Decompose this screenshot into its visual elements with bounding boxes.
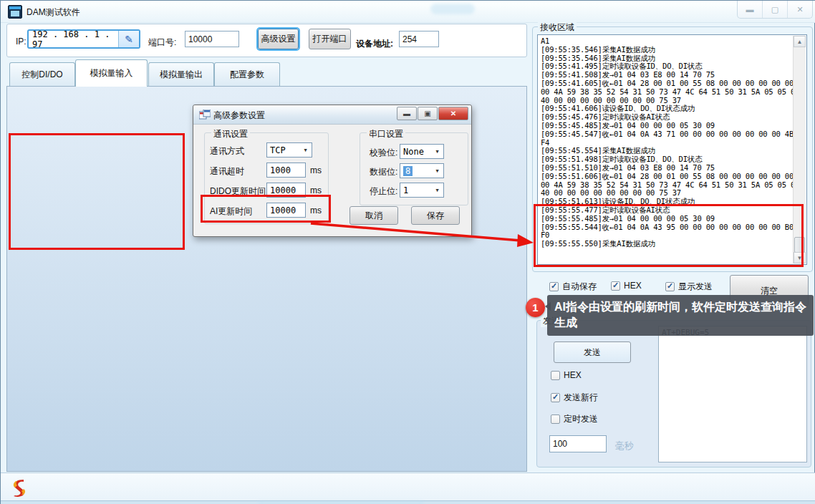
send-newline-checkbox-row[interactable]: 发送新行 [551, 392, 598, 404]
send-hex-checkbox[interactable] [551, 371, 560, 380]
timed-send-checkbox[interactable] [551, 415, 560, 424]
stopbits-select[interactable]: 1▼ [400, 183, 444, 198]
dido-refresh-unit: ms [310, 185, 322, 195]
show-send-label: 显示发送 [678, 281, 713, 293]
serial-settings-title: 串口设置 [367, 128, 405, 140]
receive-log-box[interactable]: A1 [09:55:35.546]采集AI数据成功 [09:55:35.546]… [537, 34, 807, 265]
window-frame-bottom [1, 500, 815, 504]
window-controls: ▬ ▢ ✕ [737, 1, 813, 19]
receive-log-text: A1 [09:55:35.546]采集AI数据成功 [09:55:35.546]… [541, 37, 793, 262]
tab-analog-input[interactable]: 模拟量输入 [75, 59, 148, 87]
timed-send-label: 定时发送 [564, 413, 598, 425]
port-label: 端口号: [148, 37, 176, 49]
chevron-down-icon: ▼ [433, 185, 442, 195]
edit-ip-button[interactable]: ✎ [118, 31, 139, 47]
scroll-up-icon[interactable]: ▲ [794, 36, 806, 47]
maximize-icon[interactable]: ▢ [763, 1, 788, 18]
juying-logo [9, 478, 29, 498]
dialog-minimize-icon[interactable]: ▬ [397, 107, 417, 120]
comm-settings-title: 通讯设置 [211, 128, 250, 140]
stopbits-label: 停止位: [370, 185, 397, 198]
close-icon[interactable]: ✕ [788, 1, 812, 18]
show-send-checkbox-row[interactable]: 显示发送 [665, 281, 713, 293]
receive-scrollbar[interactable]: ▲ ▼ [793, 36, 806, 263]
databits-value: 8 [403, 166, 413, 176]
pencil-icon: ✎ [125, 34, 133, 45]
dialog-close-icon[interactable]: ✕ [438, 107, 468, 120]
advanced-settings-button[interactable]: 高级设置 [258, 29, 299, 49]
recv-hex-label: HEX [624, 281, 642, 291]
ip-label: IP: [16, 37, 26, 47]
dialog-title: 高级参数设置 [213, 110, 265, 122]
dialog-maximize-icon[interactable]: ▣ [418, 107, 438, 120]
scroll-down-icon[interactable]: ▼ [794, 252, 806, 263]
screen-artifact [430, 4, 475, 14]
annotation-badge-1: 1 [526, 298, 545, 317]
send-content-box[interactable]: AT+DEBUG=5 [658, 326, 807, 462]
timed-send-checkbox-row[interactable]: 定时发送 [551, 413, 598, 425]
tab-analog-output[interactable]: 模拟量输出 [148, 62, 214, 86]
databits-select[interactable]: 8▼ [400, 163, 444, 178]
parity-label: 校验位: [370, 147, 397, 159]
parity-select[interactable]: None▼ [400, 144, 444, 159]
ai-refresh-label: AI更新时间 [210, 205, 252, 218]
scrollbar-thumb[interactable] [794, 237, 805, 253]
dialog-title-bar[interactable]: 高级参数设置 ▬ ▣ ✕ [193, 105, 471, 125]
timed-send-interval-input[interactable]: 100 [549, 435, 607, 452]
send-newline-checkbox[interactable] [551, 393, 560, 402]
show-send-checkbox[interactable] [665, 282, 675, 291]
annotation-tooltip: AI指令由设置的刷新时间，软件定时发送查询指令生成 [547, 295, 814, 336]
title-bar: DAM测试软件 ▬ ▢ ✕ [1, 1, 815, 23]
ai-refresh-unit: ms [310, 205, 322, 215]
screen-artifact [259, 501, 423, 504]
comm-mode-value: TCP [270, 145, 286, 155]
databits-label: 数据位: [370, 166, 397, 178]
comm-timeout-input[interactable]: 1000 [266, 163, 306, 178]
status-bar: JUYING ELECTRONIC 北京聚英翱翔电子有限公司 数据通讯端口已手动… [1, 472, 815, 501]
recv-hex-checkbox-row[interactable]: HEX [611, 281, 642, 291]
ai-refresh-input[interactable]: 10000 [266, 203, 306, 218]
chevron-down-icon: ▼ [301, 145, 310, 155]
stopbits-value: 1 [403, 185, 408, 195]
cancel-button[interactable]: 取消 [349, 206, 398, 225]
autosave-label: 自动保存 [562, 281, 597, 293]
advanced-params-dialog: 高级参数设置 ▬ ▣ ✕ 通讯设置 通讯方式 TCP▼ 通讯超时 1000 ms… [193, 105, 472, 237]
save-button[interactable]: 保存 [411, 206, 460, 225]
dido-refresh-input[interactable]: 10000 [266, 183, 306, 198]
comm-timeout-unit: ms [310, 165, 322, 175]
device-address-label: 设备地址: [356, 38, 393, 50]
tab-config-params[interactable]: 配置参数 [214, 62, 280, 86]
autosave-checkbox-row[interactable]: 自动保存 [549, 281, 597, 293]
connection-bar: IP: 192 . 168 . 1 . 97 ✎ 端口号: 10000 高级设置… [6, 24, 527, 57]
window-title: DAM测试软件 [26, 6, 80, 19]
dialog-icon [199, 110, 211, 120]
device-address-input[interactable]: 254 [399, 31, 439, 47]
main-window: DAM测试软件 ▬ ▢ ✕ IP: 192 . 168 . 1 . 97 ✎ 端… [0, 0, 815, 504]
comm-timeout-label: 通讯超时 [210, 165, 244, 178]
send-newline-label: 发送新行 [564, 392, 598, 404]
receive-area-title: 接收区域 [538, 21, 577, 34]
timed-send-ms-label: 毫秒 [615, 440, 634, 452]
parity-value: None [403, 147, 424, 157]
ip-input[interactable]: 192 . 168 . 1 . 97 [29, 31, 118, 47]
autosave-checkbox[interactable] [549, 282, 559, 291]
tab-control-dido[interactable]: 控制DI/DO [9, 62, 75, 86]
port-input[interactable]: 10000 [185, 31, 239, 47]
minimize-icon[interactable]: ▬ [738, 1, 763, 18]
send-hex-label: HEX [564, 370, 582, 380]
ip-field-group: 192 . 168 . 1 . 97 ✎ [27, 29, 140, 49]
dido-refresh-label: DIDO更新时间 [210, 185, 266, 198]
send-hex-checkbox-row[interactable]: HEX [551, 370, 582, 380]
app-icon [8, 5, 22, 19]
open-port-button[interactable]: 打开端口 [309, 29, 351, 49]
comm-mode-label: 通讯方式 [210, 145, 244, 158]
chevron-down-icon: ▼ [433, 165, 442, 176]
comm-mode-select[interactable]: TCP▼ [266, 142, 312, 158]
chevron-down-icon: ▼ [433, 146, 442, 157]
recv-hex-checkbox[interactable] [611, 281, 620, 291]
send-button[interactable]: 发送 [554, 341, 631, 363]
